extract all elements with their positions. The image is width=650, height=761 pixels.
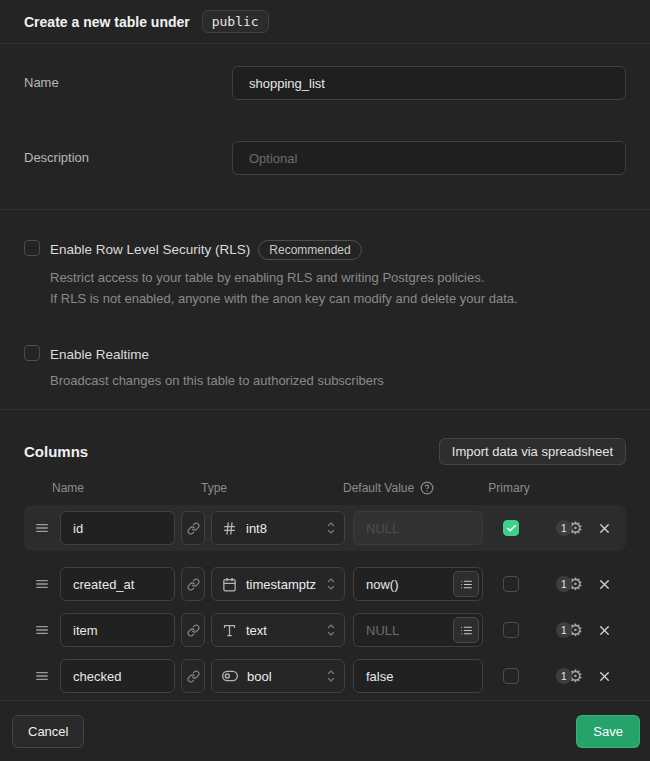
create-table-dialog: Create a new table under public Name Des… <box>0 0 650 761</box>
column-type-select[interactable]: bool <box>211 659 345 693</box>
column-settings-button[interactable]: 1 ⚙ <box>556 576 583 593</box>
delete-column-button[interactable] <box>597 521 612 536</box>
column-settings-button[interactable]: 1 ⚙ <box>556 520 583 537</box>
header-default-value: Default Value <box>343 481 414 495</box>
chevron-up-down-icon <box>325 519 337 537</box>
column-name-input[interactable] <box>60 613 175 647</box>
list-icon <box>460 578 473 591</box>
column-row: text 1 ⚙ <box>24 613 626 647</box>
rls-label[interactable]: Enable Row Level Security (RLS) <box>50 242 250 257</box>
drag-handle-icon[interactable] <box>34 520 50 536</box>
dialog-footer: Cancel Save <box>0 700 650 761</box>
column-settings-button[interactable]: 1 ⚙ <box>556 668 583 685</box>
realtime-description: Broadcast changes on this table to autho… <box>50 370 384 391</box>
table-name-input[interactable] <box>232 66 626 100</box>
header-type: Type <box>201 481 343 495</box>
delete-column-button[interactable] <box>597 669 612 684</box>
name-label: Name <box>24 66 232 100</box>
rls-description: Restrict access to your table by enablin… <box>50 267 518 309</box>
general-section: Name Description <box>0 44 650 210</box>
primary-checkbox[interactable] <box>503 668 519 684</box>
settings-badge: 1 <box>556 576 572 592</box>
table-description-input[interactable] <box>232 141 626 175</box>
column-type-select[interactable]: text <box>211 613 345 647</box>
header-primary: Primary <box>481 481 537 495</box>
cancel-button[interactable]: Cancel <box>12 715 84 748</box>
primary-checkbox[interactable] <box>503 520 519 536</box>
description-label: Description <box>24 141 232 175</box>
save-button[interactable]: Save <box>576 715 640 748</box>
text-icon <box>222 623 237 638</box>
toggle-icon <box>222 668 238 684</box>
close-icon <box>597 669 612 684</box>
column-rows-list: int8 1 ⚙ <box>24 505 626 693</box>
settings-badge: 1 <box>556 520 572 536</box>
close-icon <box>597 623 612 638</box>
column-type-select[interactable]: timestamptz <box>211 567 345 601</box>
default-value-input[interactable] <box>353 659 483 693</box>
type-select-label: bool <box>247 669 272 684</box>
realtime-toggle-block: Enable Realtime Broadcast changes on thi… <box>24 345 626 391</box>
foreign-key-link-icon[interactable] <box>181 659 205 693</box>
settings-badge: 1 <box>556 622 572 638</box>
foreign-key-link-icon[interactable] <box>181 511 205 545</box>
close-icon <box>597 521 612 536</box>
rls-toggle-block: Enable Row Level Security (RLS)Recommend… <box>24 240 626 309</box>
column-type-select[interactable]: int8 <box>211 511 345 545</box>
default-suggestions-button[interactable] <box>453 617 479 643</box>
foreign-key-link-icon[interactable] <box>181 567 205 601</box>
list-icon <box>460 624 473 637</box>
drag-handle-icon[interactable] <box>34 576 50 592</box>
columns-section: Columns Import data via spreadsheet Name… <box>0 410 650 700</box>
column-name-input[interactable] <box>60 511 175 545</box>
foreign-key-link-icon[interactable] <box>181 613 205 647</box>
column-name-input[interactable] <box>60 659 175 693</box>
primary-checkbox[interactable] <box>503 622 519 638</box>
column-row: timestamptz 1 ⚙ <box>24 567 626 601</box>
columns-table-headers: Name Type Default Value Primary <box>24 481 626 495</box>
dialog-title: Create a new table under <box>24 14 190 30</box>
check-icon <box>506 523 517 534</box>
dialog-header: Create a new table under public <box>0 0 650 44</box>
drag-handle-icon[interactable] <box>34 668 50 684</box>
column-row: bool 1 ⚙ <box>24 659 626 693</box>
delete-column-button[interactable] <box>597 623 612 638</box>
primary-checkbox[interactable] <box>503 576 519 592</box>
rls-checkbox[interactable] <box>24 240 40 256</box>
close-icon <box>597 577 612 592</box>
import-spreadsheet-button[interactable]: Import data via spreadsheet <box>439 438 626 465</box>
header-name: Name <box>50 481 201 495</box>
chevron-up-down-icon <box>325 667 337 685</box>
hash-icon <box>222 521 237 536</box>
default-suggestions-button[interactable] <box>453 571 479 597</box>
default-value-input[interactable] <box>353 511 483 545</box>
type-select-label: int8 <box>246 521 267 536</box>
column-row: int8 1 ⚙ <box>24 505 626 551</box>
toggles-section: Enable Row Level Security (RLS)Recommend… <box>0 210 650 410</box>
type-select-label: text <box>246 623 267 638</box>
recommended-badge: Recommended <box>258 240 361 260</box>
column-name-input[interactable] <box>60 567 175 601</box>
calendar-icon <box>222 577 237 592</box>
help-circle-icon[interactable] <box>420 481 434 495</box>
columns-title: Columns <box>24 443 88 460</box>
realtime-checkbox[interactable] <box>24 345 40 361</box>
realtime-label[interactable]: Enable Realtime <box>50 347 149 362</box>
schema-badge: public <box>202 10 269 33</box>
delete-column-button[interactable] <box>597 577 612 592</box>
drag-handle-icon[interactable] <box>34 622 50 638</box>
settings-badge: 1 <box>556 668 572 684</box>
chevron-up-down-icon <box>325 575 337 593</box>
type-select-label: timestamptz <box>246 577 316 592</box>
chevron-up-down-icon <box>325 621 337 639</box>
column-settings-button[interactable]: 1 ⚙ <box>556 622 583 639</box>
